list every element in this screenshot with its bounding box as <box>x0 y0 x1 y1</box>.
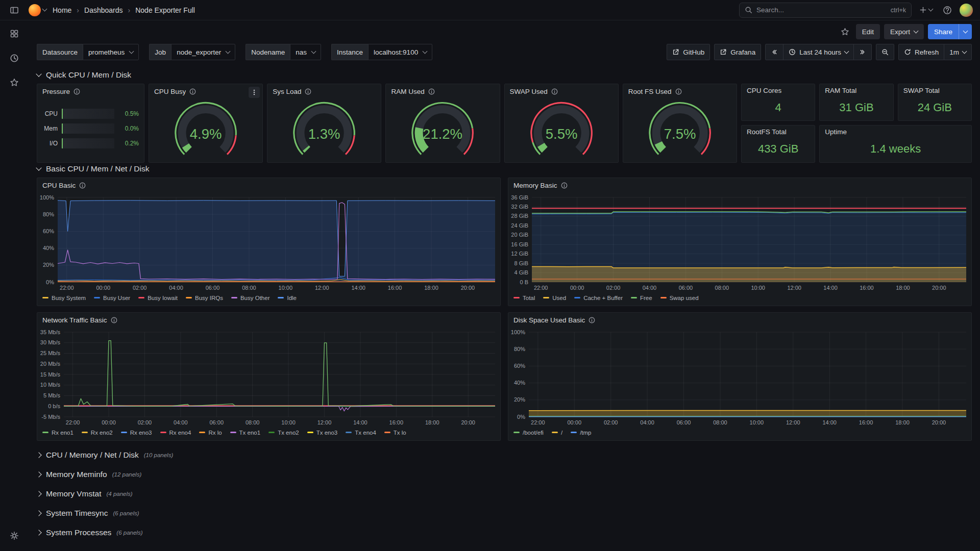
refresh-interval-picker[interactable]: 1m <box>944 44 972 60</box>
panel-title[interactable]: Pressure <box>42 88 70 95</box>
user-avatar[interactable] <box>960 4 973 17</box>
breadcrumb-dashboards[interactable]: Dashboards <box>84 6 123 14</box>
info-icon[interactable] <box>111 317 117 323</box>
grafana-link-button[interactable]: Grafana <box>714 44 761 60</box>
panel-title[interactable]: Disk Space Used Basic <box>513 316 585 324</box>
info-icon[interactable] <box>561 182 568 189</box>
starred-icon[interactable] <box>7 76 21 90</box>
panel-title[interactable]: RAM Total <box>825 87 856 94</box>
dashboards-icon[interactable] <box>7 27 21 41</box>
search-box[interactable]: ctrl+k <box>739 3 912 18</box>
info-icon[interactable] <box>79 182 86 189</box>
legend-item[interactable]: Tx eno4 <box>346 430 376 436</box>
panel-title[interactable]: Root FS Used <box>628 88 672 95</box>
section-system-processes[interactable]: System Processes (6 panels) <box>37 524 972 541</box>
network-traffic-plot[interactable]: -5 Mb/s0 b/s5 Mb/s10 Mb/s15 Mb/s20 Mb/s2… <box>37 327 500 427</box>
legend-item[interactable]: Busy IRQs <box>186 295 223 301</box>
variable-nodename[interactable]: Nodename nas <box>246 44 321 60</box>
time-shift-forward-icon[interactable] <box>853 44 872 60</box>
info-icon[interactable] <box>675 88 682 95</box>
settings-gear-icon[interactable] <box>7 529 21 543</box>
panel-title[interactable]: RootFS Total <box>747 128 787 136</box>
section-cpu-memory-net-disk[interactable]: CPU / Memory / Net / Disk (10 panels) <box>37 447 972 463</box>
zoom-out-icon[interactable] <box>876 44 894 60</box>
panel-title[interactable]: CPU Cores <box>747 87 781 94</box>
legend-item[interactable]: Rx eno4 <box>160 430 191 436</box>
legend-item[interactable]: Tx eno1 <box>230 430 261 436</box>
grafana-logo[interactable] <box>29 4 41 16</box>
legend-item[interactable]: Busy User <box>94 295 130 301</box>
legend-item[interactable]: Rx eno3 <box>121 430 152 436</box>
legend-item[interactable]: Idle <box>278 295 297 301</box>
variable-instance[interactable]: Instance localhost:9100 <box>331 44 432 60</box>
panel-title[interactable]: Memory Basic <box>513 182 557 189</box>
section-basic-cpu-mem-net-disk[interactable]: Basic CPU / Mem / Net / Disk <box>37 160 972 178</box>
panel-title[interactable]: CPU Busy <box>154 88 186 95</box>
legend-item[interactable]: Used <box>543 295 566 301</box>
mega-menu-toggle-icon[interactable] <box>7 3 21 17</box>
info-icon[interactable] <box>305 88 311 95</box>
info-icon[interactable] <box>551 88 558 95</box>
section-memory-vmstat[interactable]: Memory Vmstat (4 panels) <box>37 486 972 502</box>
legend-item[interactable]: Busy System <box>42 295 86 301</box>
panel-title[interactable]: SWAP Used <box>510 88 548 95</box>
panel-title[interactable]: CPU Basic <box>42 182 76 189</box>
panel-title[interactable]: SWAP Total <box>903 87 940 94</box>
disk-space-used-plot[interactable]: 0%20%40%60%80%100%22:0000:0002:0004:0006… <box>508 327 971 427</box>
legend-item[interactable]: Cache + Buffer <box>574 295 623 301</box>
time-range-picker[interactable]: Last 24 hours <box>783 44 854 60</box>
cpu-busy-gauge: 4.9% <box>149 98 262 162</box>
svg-text:20:00: 20:00 <box>461 285 475 291</box>
legend-item[interactable]: Tx eno2 <box>268 430 299 436</box>
legend-label: Tx eno2 <box>278 430 299 436</box>
add-new-button[interactable] <box>917 4 935 16</box>
panel-title[interactable]: Uptime <box>825 128 847 136</box>
panel-network-traffic-basic: Network Traffic Basic -5 Mb/s0 b/s5 Mb/s… <box>37 312 501 441</box>
legend-item[interactable]: Rx lo <box>199 430 222 436</box>
breadcrumb-home[interactable]: Home <box>53 6 71 14</box>
panel-title[interactable]: RAM Used <box>391 88 424 95</box>
legend-item[interactable]: Swap used <box>660 295 699 301</box>
search-input[interactable] <box>756 6 887 14</box>
panel-menu-icon[interactable] <box>249 87 260 98</box>
time-shift-back-icon[interactable] <box>765 44 783 60</box>
history-icon[interactable] <box>7 51 21 65</box>
github-link-button[interactable]: GitHub <box>667 44 710 60</box>
svg-text:08:00: 08:00 <box>242 285 256 291</box>
share-caret-button[interactable] <box>959 24 972 39</box>
legend-item[interactable]: Busy Other <box>231 295 270 301</box>
info-icon[interactable] <box>189 88 196 95</box>
variable-job[interactable]: Job node_exporter <box>149 44 235 60</box>
help-icon[interactable] <box>940 3 954 17</box>
star-dashboard-icon[interactable] <box>838 25 852 39</box>
legend-label: Busy System <box>52 295 86 301</box>
cpu-basic-plot[interactable]: 0%20%40%60%80%100%22:0000:0002:0004:0006… <box>37 192 500 292</box>
panel-title[interactable]: Network Traffic Basic <box>42 316 107 324</box>
info-icon[interactable] <box>74 88 80 95</box>
edit-button[interactable]: Edit <box>856 24 880 39</box>
memory-basic-plot[interactable]: 0 B4 GiB8 GiB12 GiB16 GiB20 GiB24 GiB28 … <box>508 192 971 292</box>
info-icon[interactable] <box>589 317 595 323</box>
legend-item[interactable]: Tx eno3 <box>307 430 338 436</box>
svg-text:12 GiB: 12 GiB <box>511 251 528 257</box>
org-switcher-caret-icon[interactable] <box>42 7 47 12</box>
section-memory-meminfo[interactable]: Memory Meminfo (12 panels) <box>37 466 972 483</box>
legend-item[interactable]: Total <box>513 295 535 301</box>
section-system-timesync[interactable]: System Timesync (6 panels) <box>37 505 972 521</box>
variable-datasource[interactable]: Datasource prometheus <box>37 44 139 60</box>
legend-item[interactable]: Rx eno1 <box>42 430 74 436</box>
export-button[interactable]: Export <box>884 24 924 39</box>
section-quick-cpu-mem-disk[interactable]: Quick CPU / Mem / Disk <box>37 66 972 84</box>
refresh-button[interactable]: Refresh <box>898 44 944 60</box>
svg-text:20%: 20% <box>514 396 525 403</box>
share-button[interactable]: Share <box>928 24 959 39</box>
legend-item[interactable]: Busy Iowait <box>138 295 178 301</box>
legend-item[interactable]: /tmp <box>571 430 591 436</box>
info-icon[interactable] <box>428 88 435 95</box>
legend-item[interactable]: / <box>552 430 562 436</box>
panel-title[interactable]: Sys Load <box>273 88 301 95</box>
legend-item[interactable]: Rx eno2 <box>82 430 113 436</box>
legend-item[interactable]: Free <box>631 295 652 301</box>
legend-item[interactable]: Tx lo <box>384 430 406 436</box>
legend-item[interactable]: /boot/efi <box>513 430 544 436</box>
